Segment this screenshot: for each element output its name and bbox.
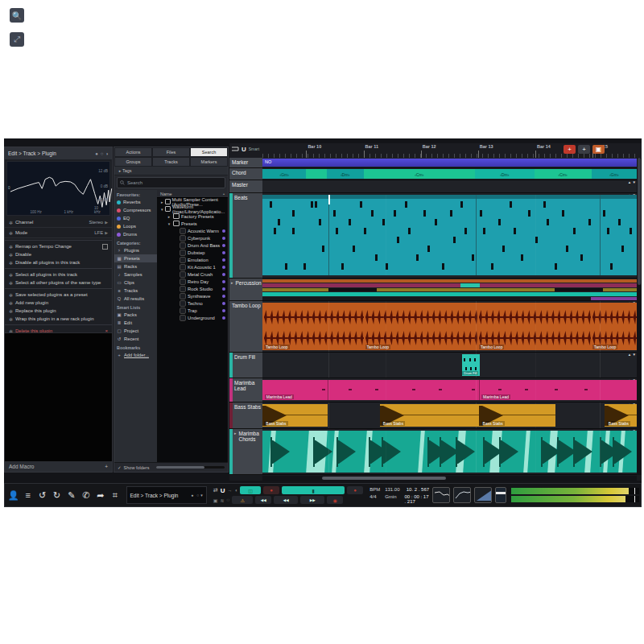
chord-clip[interactable]: ‹Cm›: [535, 169, 592, 179]
menu-item[interactable]: ✲Select all plugins in this track: [5, 270, 112, 279]
category-plugins[interactable]: ⚡Plugins: [114, 246, 157, 254]
twisty-icon[interactable]: ▸: [167, 214, 171, 219]
audio-clip-marimba-chords[interactable]: [262, 431, 637, 473]
arrange-hscrollbar[interactable]: [262, 476, 637, 481]
chord-clip[interactable]: [306, 169, 328, 179]
rewind-button[interactable]: ◀◀: [255, 496, 271, 504]
tree-item[interactable]: Metal Crush: [157, 270, 228, 278]
menu-item[interactable]: ✲Select all other plugins of the same ty…: [5, 279, 112, 287]
track-content[interactable]: ▲ ▼‹Gm›‹Dm›‹Cm›‹Dm›‹Cm›‹Gm›: [262, 168, 637, 180]
tags-bar[interactable]: ▸Tags: [114, 167, 228, 175]
level-curve-icon[interactable]: [453, 487, 471, 503]
tempo-values[interactable]: 131.00Gmin: [385, 487, 399, 504]
phone-icon[interactable]: ✆: [80, 488, 92, 502]
add-track-button[interactable]: +: [564, 145, 576, 154]
loop-icon[interactable]: ⇄: [213, 487, 218, 493]
chord-clip[interactable]: ‹Gm›: [262, 169, 307, 179]
track-content[interactable]: ▲ ▼: [262, 429, 637, 475]
add-button[interactable]: +: [578, 145, 590, 154]
fader-handle[interactable]: [496, 492, 506, 494]
midi-icon[interactable]: ≋: [221, 497, 225, 503]
track-header[interactable]: Master: [229, 180, 262, 193]
favourite-loops[interactable]: Loops: [114, 222, 157, 230]
audio-clip-tambo[interactable]: Tambo Loop: [364, 303, 478, 350]
vscroll-thumb[interactable]: [638, 158, 641, 285]
pin-icon[interactable]: ◗: [105, 151, 109, 156]
hscroll-thumb[interactable]: [322, 477, 445, 480]
tree-item[interactable]: Kit Acoustic 1: [157, 263, 228, 270]
speaker-icon[interactable]: ◖: [235, 488, 238, 493]
power-icon[interactable]: ○: [101, 151, 104, 156]
play-button[interactable]: ▮: [282, 486, 345, 494]
percussion-lane[interactable]: [262, 279, 637, 283]
track-header[interactable]: ▸Marimba Chords: [229, 429, 262, 475]
edit-title-box[interactable]: Edit > Track > Plugin●○▾: [126, 486, 207, 504]
favourite-drums[interactable]: Drums: [114, 230, 157, 238]
add-folder-button[interactable]: +Add folder...: [114, 351, 157, 359]
smartlist-edit[interactable]: ≣Edit: [114, 319, 157, 327]
smartlist-packs[interactable]: ▣Packs: [114, 311, 157, 319]
safety-icon[interactable]: ▣: [592, 145, 605, 154]
favourite-compressors[interactable]: Compressors: [114, 206, 157, 214]
folder-twisty-icon[interactable]: ▸: [234, 431, 237, 436]
midi-clip-drumfill[interactable]: Drum Fill: [462, 354, 479, 376]
tab-actions[interactable]: Actions: [114, 147, 152, 157]
tree-item[interactable]: Acoustic Warm: [157, 227, 228, 234]
tree-item[interactable]: Techno: [157, 299, 228, 307]
menu-item[interactable]: ✲Wrap this plugin in a new rack plugin: [5, 315, 112, 323]
track-content[interactable]: ▲ ▼Bass StabsBass StabsBass StabsBass St…: [262, 402, 637, 429]
favourite-eq[interactable]: EQ: [114, 214, 157, 222]
edit-menu-chip[interactable]: USmart: [231, 145, 259, 153]
sync-icon[interactable]: ◌: [227, 497, 230, 502]
favourite-reverbs[interactable]: Reverbs: [114, 198, 157, 206]
redo-icon[interactable]: ↻: [51, 488, 63, 502]
arrow-icon[interactable]: →: [228, 488, 233, 493]
preset-icon[interactable]: ●: [95, 151, 98, 156]
forward-button[interactable]: ▶▶: [300, 496, 324, 504]
record-icon[interactable]: ●: [191, 493, 193, 497]
keyboard-icon[interactable]: ⌗: [109, 488, 121, 502]
automation-curve-icon[interactable]: [432, 487, 450, 503]
sort-icon[interactable]: ▴: [223, 192, 225, 196]
tree-item[interactable]: Rock Studio: [157, 285, 228, 292]
category-racks[interactable]: ▤Racks: [114, 262, 157, 270]
percussion-lane[interactable]: [262, 292, 637, 295]
track-header[interactable]: ▸Percussion: [229, 279, 262, 301]
stop-button[interactable]: ◉: [327, 496, 343, 504]
midi-clip-beats[interactable]: [262, 195, 637, 275]
user-icon[interactable]: 👤: [7, 488, 19, 502]
category-tracks[interactable]: ≡Tracks: [114, 287, 157, 295]
track-content[interactable]: ▲ ▼: [262, 279, 637, 301]
audio-clip-tambo[interactable]: Tambo Loop: [262, 303, 365, 350]
eq-response-graph[interactable]: 0 100 Hz1 kHz10 kHz12 dB0 dB-12 dB: [6, 161, 110, 216]
param-row[interactable]: ✲ModeLFE▶: [5, 228, 112, 238]
audio-clip-tambo[interactable]: Tambo Loop: [591, 303, 637, 350]
tree-item[interactable]: Emulation: [157, 256, 228, 263]
track-content[interactable]: ▲ ▼Marimba LeadMarimba Lead: [262, 378, 637, 402]
folder-twisty-icon[interactable]: ▸: [231, 280, 233, 285]
browser-hscrollbar[interactable]: [156, 466, 225, 469]
category-clips[interactable]: ▭Clips: [114, 279, 157, 287]
warning-icon[interactable]: ⚠: [232, 496, 253, 504]
menu-item[interactable]: ✲Remap on Tempo Change: [5, 242, 112, 250]
menu-item[interactable]: ✲Add new plugin: [5, 299, 112, 307]
midi-clip-marimba-lead[interactable]: Marimba LeadMarimba Lead: [262, 380, 637, 400]
percussion-lane[interactable]: [262, 283, 637, 287]
marker-clip[interactable]: NO: [262, 159, 637, 167]
tree-item[interactable]: Drum And Bass: [157, 242, 228, 249]
chord-clip[interactable]: ‹Dm›: [475, 169, 535, 179]
share-icon[interactable]: ➦: [94, 488, 106, 502]
percussion-lane[interactable]: [262, 288, 637, 291]
tab-tracks[interactable]: Tracks: [152, 157, 190, 167]
menu-arrow-icon[interactable]: ▾: [200, 493, 203, 497]
chord-clip[interactable]: ‹Gm›: [592, 169, 637, 179]
monitor-icon[interactable]: ○: [196, 493, 199, 497]
menu-item[interactable]: ✲Replace this plugin: [5, 307, 112, 315]
fade-icon[interactable]: [474, 487, 492, 503]
tree-item[interactable]: Dubstep: [157, 249, 228, 256]
track-header[interactable]: Marker: [229, 158, 262, 168]
wrench-icon[interactable]: ✎: [65, 488, 77, 502]
category-presets[interactable]: ▦Presets: [114, 254, 157, 262]
tree-item[interactable]: Retro Day: [157, 278, 228, 285]
click-track-button[interactable]: ◫: [240, 486, 261, 494]
